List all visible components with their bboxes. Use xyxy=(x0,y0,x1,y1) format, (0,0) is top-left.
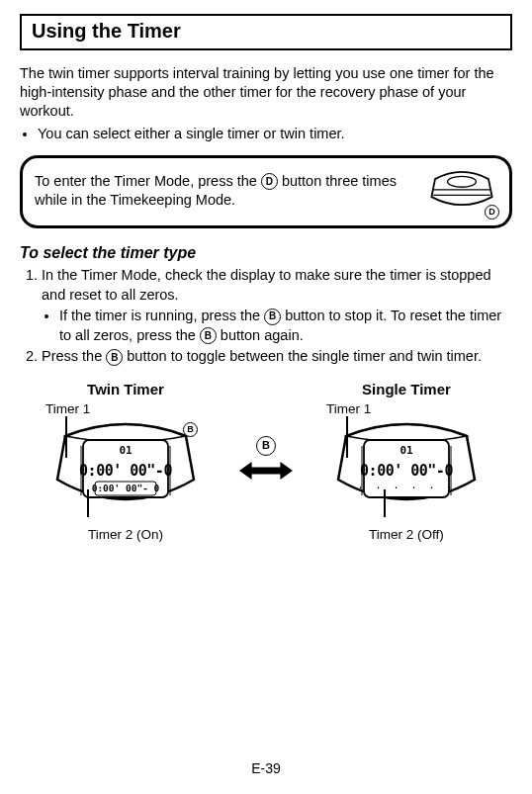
step1a-pre: If the timer is running, press the xyxy=(59,308,264,323)
subheading: To select the timer type xyxy=(20,244,512,262)
svg-marker-10 xyxy=(239,462,293,480)
svg-text:0:00' 00"-0: 0:00' 00"-0 xyxy=(360,462,453,480)
b-badge-icon: B xyxy=(183,422,198,437)
svg-text:0:00' 00"-0: 0:00' 00"-0 xyxy=(79,462,172,480)
fig-left-timer2-label: Timer 2 (On) xyxy=(22,527,229,542)
double-arrow-icon xyxy=(239,460,293,482)
figure-row: Twin Timer Timer 1 01 0:00' 00"-0 0:00' … xyxy=(20,381,512,542)
intro-bullets: You can select either a single timer or … xyxy=(20,125,512,144)
section-title-box: Using the Timer xyxy=(20,14,512,50)
page-number: E-39 xyxy=(0,760,532,776)
figure-single-timer: Single Timer Timer 1 01 0:00' 00"-0 · · … xyxy=(303,381,510,542)
mode-tip-text: To enter the Timer Mode, press the D but… xyxy=(35,172,416,211)
device-illustration-right: 01 0:00' 00"-0 · · · · · · xyxy=(303,418,510,521)
step2-pre: Press the xyxy=(42,348,106,364)
step-1a: If the timer is running, press the B but… xyxy=(59,307,512,345)
fig-right-title: Single Timer xyxy=(303,381,510,397)
svg-text:01: 01 xyxy=(119,444,133,457)
d-button-icon: D xyxy=(261,173,278,190)
step-1: In the Timer Mode, check the display to … xyxy=(42,266,512,345)
steps-list: In the Timer Mode, check the display to … xyxy=(20,266,512,367)
toggle-arrow: B xyxy=(239,436,293,482)
device-illustration-left: 01 0:00' 00"-0 0:00' 00"- 0 B xyxy=(22,418,229,521)
b-button-icon: B xyxy=(256,436,276,456)
intro-paragraph: The twin timer supports interval trainin… xyxy=(20,64,512,121)
step2-post: button to toggle between the single time… xyxy=(123,348,482,364)
fig-right-timer1-label: Timer 1 xyxy=(326,401,510,416)
intro-bullet-1: You can select either a single timer or … xyxy=(38,125,512,144)
svg-text:0:00' 00"- 0: 0:00' 00"- 0 xyxy=(92,483,160,493)
step1a-post: button again. xyxy=(217,327,304,343)
mode-tip-box: To enter the Timer Mode, press the D but… xyxy=(20,155,512,228)
mode-tip-pre: To enter the Timer Mode, press the xyxy=(35,173,261,189)
section-title: Using the Timer xyxy=(32,20,500,43)
svg-text:01: 01 xyxy=(399,444,413,457)
fig-left-title: Twin Timer xyxy=(22,381,229,397)
svg-text:· · · · · ·: · · · · · · xyxy=(357,483,455,493)
b-button-icon: B xyxy=(264,309,281,325)
step-2: Press the B button to toggle between the… xyxy=(42,347,512,367)
device-top-illustration: D xyxy=(426,166,497,216)
b-button-icon: B xyxy=(200,327,217,344)
fig-right-timer2-label: Timer 2 (Off) xyxy=(303,527,510,542)
figure-twin-timer: Twin Timer Timer 1 01 0:00' 00"-0 0:00' … xyxy=(22,381,229,542)
step-1-text: In the Timer Mode, check the display to … xyxy=(42,267,491,303)
b-button-icon: B xyxy=(106,349,123,366)
d-badge-icon: D xyxy=(485,205,499,220)
fig-left-timer1-label: Timer 1 xyxy=(45,401,229,416)
